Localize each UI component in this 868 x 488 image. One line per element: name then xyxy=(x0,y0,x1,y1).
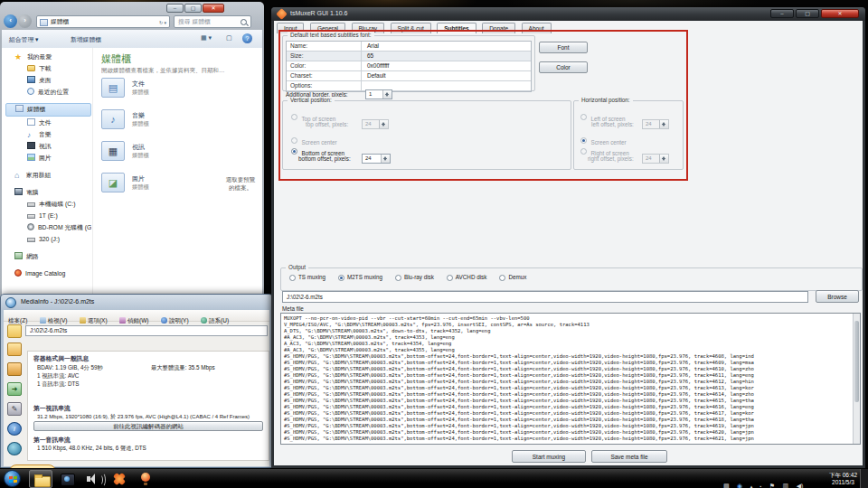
library-item[interactable]: 圖片媒體櫃 xyxy=(101,173,149,204)
minimize-button[interactable]: – xyxy=(770,9,794,18)
sidebar-item-icon xyxy=(27,154,35,161)
tab[interactable]: Donate xyxy=(482,23,515,33)
font-button[interactable]: Font xyxy=(539,42,588,53)
meta-file-text: MUXOPT --no-pcr-on-video-pid --vbr --cut… xyxy=(281,314,860,444)
refresh-icon[interactable]: ↻ ▾ xyxy=(159,17,166,28)
library-item[interactable]: 音樂媒體櫃 xyxy=(101,109,149,141)
right-offset-stepper[interactable]: 24 xyxy=(642,154,669,164)
border-stepper[interactable]: 1 xyxy=(365,89,392,99)
meta-file-textarea[interactable]: MUXOPT --no-pcr-on-video-pid --vbr --cut… xyxy=(280,313,861,445)
menu-item[interactable]: 偵錯(W) xyxy=(119,317,148,324)
tray-network-icon[interactable]: ▥ xyxy=(783,483,789,488)
output-mode-radio[interactable]: Demux xyxy=(499,273,526,281)
save-meta-file-button[interactable]: Save meta file xyxy=(591,450,667,463)
left-offset-stepper[interactable]: 24 xyxy=(642,119,669,129)
codec-website-button[interactable]: 前往此視訊編解碼器的網站 xyxy=(33,421,263,431)
sidebar-item[interactable]: 視訊 xyxy=(5,140,91,152)
font-table[interactable]: Name:Arial Size:65 Color:0x00ffffff Char… xyxy=(286,41,532,92)
taskbar-mediainfo-button[interactable] xyxy=(108,470,131,488)
start-muxing-button[interactable]: Start muxing xyxy=(512,450,586,463)
organize-menu[interactable]: 組合管理 ▾ xyxy=(9,35,39,44)
sidebar-item[interactable]: 文件 xyxy=(5,117,91,128)
font-table-row[interactable]: Name:Arial xyxy=(287,42,531,52)
output-mode-radio[interactable]: TS muxing xyxy=(289,273,326,281)
start-button[interactable] xyxy=(4,470,21,487)
library-item[interactable]: 文件媒體櫃 xyxy=(101,78,149,109)
menu-item[interactable]: 檔案(Z) xyxy=(8,317,27,324)
menu-item[interactable]: 選項(X) xyxy=(80,317,108,324)
open-file-icon[interactable] xyxy=(7,343,22,356)
show-desktop-button[interactable] xyxy=(860,469,868,488)
close-icon[interactable]: ✕ xyxy=(203,4,224,13)
settings-icon[interactable]: ✎ xyxy=(7,402,22,416)
filename-combobox[interactable]: J:\02\2-6.m2ts xyxy=(25,325,268,336)
sidebar-item[interactable]: 媒體櫃 xyxy=(5,103,91,117)
sidebar-item[interactable]: 最近的位置 xyxy=(5,86,91,98)
tray-help-icon[interactable]: ◉ xyxy=(737,483,742,488)
browse-button[interactable]: Browse xyxy=(816,290,859,303)
back-button[interactable]: ‹ xyxy=(4,14,17,28)
output-path-input[interactable]: J:\02\2-6.m2ts xyxy=(282,291,808,303)
help-icon[interactable]: ? xyxy=(242,33,252,43)
open-folder-icon[interactable] xyxy=(7,362,22,376)
maximize-button[interactable]: ▢ xyxy=(796,9,819,18)
top-offset-label: top offset, pixels: xyxy=(306,121,348,127)
font-table-row[interactable]: Color:0x00ffffff xyxy=(287,61,531,71)
scrollbar[interactable] xyxy=(853,314,860,444)
taskbar-audio-button[interactable] xyxy=(81,470,105,488)
tray-expand-icon[interactable]: ▴ xyxy=(750,483,753,488)
export-info-icon[interactable]: ➜ xyxy=(7,382,22,396)
library-item-icon xyxy=(101,78,125,98)
search-icon[interactable] xyxy=(241,19,247,25)
sidebar-item[interactable]: 家用群組 xyxy=(5,169,91,181)
taskbar-player-button[interactable] xyxy=(55,470,79,488)
taskbar-tsmuxer-button[interactable] xyxy=(134,470,157,488)
font-table-row[interactable]: Charset:Default xyxy=(287,71,531,81)
sidebar-item[interactable]: BD-ROM 光碟機 (G:) T xyxy=(5,221,91,233)
menu-item[interactable]: 說明(Y) xyxy=(161,317,189,324)
sidebar-item[interactable]: Image Catalog xyxy=(5,267,91,279)
preview-pane-icon[interactable]: ▢ xyxy=(226,34,232,42)
sidebar-item[interactable]: 我的最愛 xyxy=(5,51,91,62)
taskbar-explorer-button[interactable] xyxy=(29,470,52,488)
sidebar-item[interactable]: 電腦 xyxy=(5,186,91,198)
library-item[interactable]: 視訊媒體櫃 xyxy=(101,141,149,173)
language-icon[interactable] xyxy=(7,442,22,455)
change-view-icon[interactable]: ▦ ▾ xyxy=(201,34,212,42)
output-mode-radio[interactable]: AVCHD disk xyxy=(447,273,487,281)
menu-item[interactable]: 檢視(V) xyxy=(40,317,68,324)
sidebar-item[interactable]: 圖片 xyxy=(5,152,91,164)
sidebar-item[interactable]: 音樂 xyxy=(5,128,91,140)
tray-volume-icon[interactable]: ◀) xyxy=(797,483,804,488)
tab[interactable]: Subtitles xyxy=(437,23,476,33)
bottom-offset-stepper[interactable]: 24 xyxy=(362,154,391,164)
about-icon[interactable]: i xyxy=(7,422,22,436)
tab[interactable]: Split & cut xyxy=(391,23,431,33)
close-icon[interactable]: ✕ xyxy=(821,9,859,18)
color-button[interactable]: Color xyxy=(539,61,588,73)
search-input[interactable]: 搜尋 媒體櫃 xyxy=(174,15,251,28)
top-offset-stepper[interactable]: 24 xyxy=(362,119,389,129)
sidebar-item[interactable]: 下載 xyxy=(5,62,91,74)
output-mode-radio[interactable]: M2TS muxing xyxy=(338,273,382,281)
sidebar-item[interactable]: 1T (E:) xyxy=(5,210,91,221)
sidebar-item[interactable]: 320 (J:) xyxy=(5,233,91,245)
tray-dot-icon[interactable]: ▪ xyxy=(760,483,762,488)
tray-printer-icon[interactable]: ▤ xyxy=(723,483,730,488)
sidebar-item[interactable]: 本機磁碟 (C:) xyxy=(5,198,91,210)
maximize-button[interactable]: ▢ xyxy=(184,4,202,13)
taskbar-clock[interactable]: 下午 06:42 2011/5/3 xyxy=(829,472,857,486)
sidebar-item[interactable]: 網路 xyxy=(5,250,91,262)
sidebar-item[interactable]: 桌面 xyxy=(5,74,91,86)
output-mode-radio[interactable]: Blu-ray disk xyxy=(395,273,434,281)
address-bar[interactable]: 媒體櫃 ↻ ▾ xyxy=(36,15,170,28)
scrollbar-thumb[interactable] xyxy=(854,321,859,402)
forward-button[interactable]: › xyxy=(18,14,32,28)
font-table-row[interactable]: Options: xyxy=(287,81,531,91)
minimize-button[interactable]: – xyxy=(166,4,184,13)
new-library-button[interactable]: 新增媒體櫃 xyxy=(71,35,101,44)
font-table-row[interactable]: Size:65 xyxy=(287,52,531,61)
tray-action-center-icon[interactable]: ⚑ xyxy=(769,483,775,488)
tab[interactable]: About xyxy=(522,23,552,33)
menu-item[interactable]: 語系(U) xyxy=(201,317,229,324)
